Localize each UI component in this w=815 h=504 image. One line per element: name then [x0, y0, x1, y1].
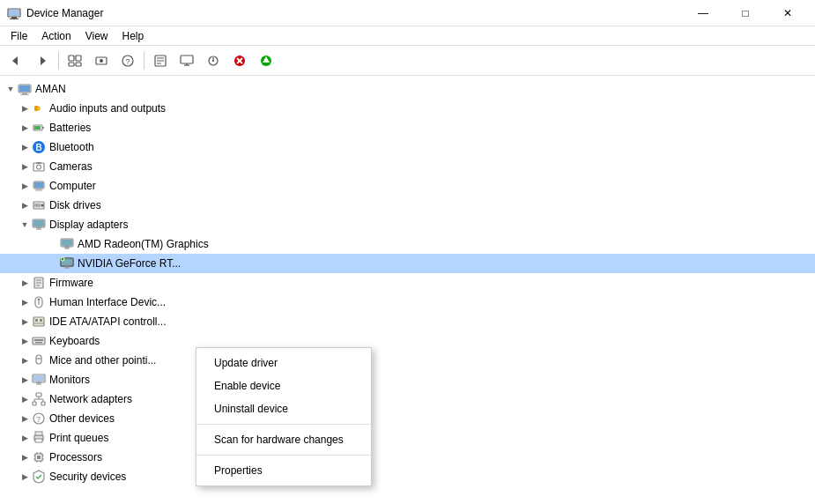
context-sep-2: [196, 455, 371, 456]
back-button[interactable]: [4, 48, 28, 73]
svg-rect-44: [36, 189, 41, 190]
other-icon: ?: [32, 411, 46, 426]
tree-item-ide-label: IDE ATA/ATAPI controll...: [49, 315, 166, 328]
menu-bar: File Action View Help: [0, 26, 815, 46]
update-driver-button[interactable]: [89, 48, 114, 73]
tree-item-mice-label: Mice and other pointi...: [49, 354, 156, 367]
app-icon: [7, 6, 21, 20]
tree-item-mice[interactable]: ▶ Mice and other pointi...: [0, 351, 815, 370]
svg-rect-104: [37, 456, 41, 459]
minimize-button[interactable]: —: [683, 0, 723, 26]
svg-rect-6: [69, 56, 74, 61]
battery-icon: [32, 121, 46, 135]
menu-view[interactable]: View: [78, 28, 115, 44]
tree-item-print[interactable]: ▶ Print queues: [0, 428, 815, 448]
scan-button[interactable]: [201, 48, 226, 73]
svg-rect-18: [181, 56, 193, 63]
svg-rect-31: [22, 93, 27, 94]
expand-arrow-batteries: ▶: [18, 121, 32, 135]
tree-item-firmware[interactable]: ▶ Firmware: [0, 273, 815, 293]
tree-item-network-label: Network adapters: [49, 393, 132, 405]
expand-arrow-monitors: ▶: [18, 373, 32, 387]
context-scan-hardware[interactable]: Scan for hardware changes: [196, 428, 371, 451]
monitor-button[interactable]: [174, 48, 199, 73]
tree-item-keyboards-label: Keyboards: [49, 335, 100, 347]
tree-item-hid-label: Human Interface Devic...: [49, 296, 166, 308]
context-properties[interactable]: Properties: [196, 459, 371, 482]
bluetooth-icon: B: [32, 140, 46, 154]
svg-rect-48: [34, 204, 41, 207]
tree-item-display-label: Display adapters: [49, 219, 128, 231]
svg-rect-78: [38, 339, 40, 341]
properties-button[interactable]: [148, 48, 173, 73]
svg-rect-43: [34, 182, 43, 188]
help-button[interactable]: ?: [115, 48, 140, 73]
tree-item-ide[interactable]: ▶ IDE ATA/ATAPI controll...: [0, 312, 815, 331]
expand-arrow-cameras: ▶: [18, 159, 32, 174]
window-title: Device Manager: [26, 7, 683, 19]
tree-item-computer[interactable]: ▶ Computer: [0, 176, 815, 196]
tree-item-processors[interactable]: ▶ Processors: [0, 448, 815, 467]
tree-item-batteries-label: Batteries: [49, 122, 91, 134]
tree-item-audio-label: Audio inputs and outputs: [49, 102, 166, 115]
svg-rect-39: [33, 163, 44, 171]
svg-point-23: [212, 60, 214, 62]
tree-item-monitors[interactable]: ▶ Monitors: [0, 370, 815, 389]
svg-rect-36: [34, 126, 41, 130]
svg-text:?: ?: [36, 415, 41, 424]
main-content[interactable]: ▼ AMAN ▶ Audio inputs and outputs: [0, 76, 815, 504]
menu-help[interactable]: Help: [115, 28, 152, 44]
tree-item-other[interactable]: ▶ ? Other devices: [0, 409, 815, 428]
context-update-driver[interactable]: Update driver: [196, 352, 371, 374]
svg-rect-102: [35, 439, 42, 442]
hid-icon: [32, 295, 46, 309]
display-icon: [32, 218, 46, 232]
svg-rect-93: [41, 402, 45, 405]
context-enable-device[interactable]: Enable device: [196, 374, 371, 397]
menu-action[interactable]: Action: [34, 28, 78, 44]
device-tree: ▼ AMAN ▶ Audio inputs and outputs: [0, 76, 815, 490]
expand-arrow-disk: ▶: [18, 198, 32, 212]
context-uninstall-device[interactable]: Uninstall device: [196, 397, 371, 420]
tree-item-amd[interactable]: ▶ AMD Radeon(TM) Graphics: [0, 234, 815, 254]
svg-rect-91: [36, 393, 41, 397]
computer-tree-icon: [32, 179, 46, 193]
tree-item-firmware-label: Firmware: [49, 277, 93, 289]
svg-point-61: [61, 257, 64, 261]
svg-rect-7: [76, 56, 81, 61]
show-hidden-button[interactable]: [63, 48, 87, 73]
tree-item-batteries[interactable]: ▶ Batteries: [0, 118, 815, 137]
close-button[interactable]: ✕: [767, 0, 808, 26]
svg-rect-33: [34, 106, 38, 111]
tree-item-cameras[interactable]: ▶ Cameras: [0, 157, 815, 176]
svg-rect-30: [19, 85, 30, 92]
tree-item-monitors-label: Monitors: [49, 374, 90, 386]
expand-arrow-keyboards: ▶: [18, 334, 32, 348]
menu-file[interactable]: File: [4, 28, 34, 44]
tree-item-print-label: Print queues: [49, 432, 108, 444]
svg-rect-92: [33, 402, 36, 405]
tree-item-security[interactable]: ▶ Security devices: [0, 467, 815, 486]
expand-arrow-processors: ▶: [18, 450, 32, 464]
expand-arrow-audio: ▶: [18, 101, 32, 115]
svg-rect-82: [35, 342, 42, 344]
upgrade-button[interactable]: [254, 48, 278, 73]
tree-item-display[interactable]: ▼ Display adapters: [0, 215, 815, 234]
tree-item-nvidia[interactable]: ▶ NVIDIA GeForce RT...: [0, 254, 815, 273]
maximize-button[interactable]: □: [725, 0, 766, 26]
tree-item-keyboards[interactable]: ▶ Keyboards: [0, 331, 815, 351]
toolbar: ?: [0, 46, 815, 76]
svg-rect-50: [33, 220, 44, 226]
forward-button[interactable]: [30, 48, 55, 73]
expand-arrow-other: ▶: [18, 411, 32, 426]
tree-root[interactable]: ▼ AMAN: [0, 79, 815, 99]
svg-rect-74: [40, 319, 42, 322]
tree-item-hid[interactable]: ▶ Human Interface Devic...: [0, 293, 815, 312]
expand-arrow-security: ▶: [18, 470, 32, 484]
tree-item-disk[interactable]: ▶ Disk drives: [0, 196, 815, 215]
tree-item-bluetooth[interactable]: ▶ B Bluetooth: [0, 137, 815, 157]
processor-icon: [32, 450, 46, 464]
tree-item-audio[interactable]: ▶ Audio inputs and outputs: [0, 99, 815, 118]
uninstall-button[interactable]: [227, 48, 252, 73]
tree-item-network[interactable]: ▶ Network adapters: [0, 389, 815, 409]
